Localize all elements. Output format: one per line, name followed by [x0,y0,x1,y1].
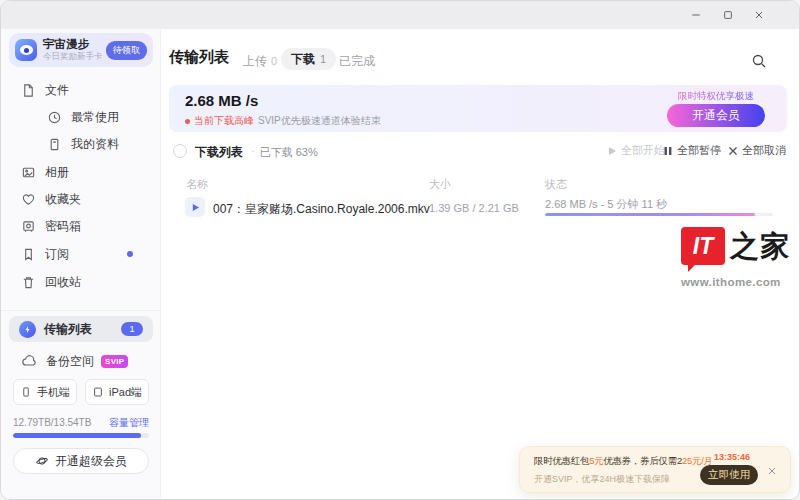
sidebar-item-safe-box[interactable]: 密码箱 [1,215,161,237]
device-label: iPad端 [109,385,142,400]
download-list-title: 下载列表 [195,144,243,161]
tab-count: 0 [271,55,277,67]
search-icon[interactable] [751,53,769,71]
task-file-name[interactable]: 007：皇家赌场.Casino.Royale.2006.mkv [213,201,430,218]
heart-icon [21,192,36,207]
column-header-status: 状态 [545,177,567,192]
bookmark-icon [21,247,36,262]
user-subtitle: 今日奖励新手卡 [43,51,103,62]
sidebar-item-album[interactable]: 相册 [1,161,161,183]
play-icon [191,203,200,212]
svip-badge: SVIP [101,355,128,368]
sidebar-item-files[interactable]: 文件 [1,79,161,101]
sidebar: 宇宙漫步 今日奖励新手卡 待领取 文件 最常使用 我的资料 相册 收藏夹 密码箱 [1,29,161,499]
sidebar-item-my-docs[interactable]: 我的资料 [1,133,161,155]
task-progress-bar [545,213,773,216]
close-icon[interactable] [752,8,766,22]
pause-all-button[interactable]: 全部暂停 [663,143,721,158]
sidebar-item-recent[interactable]: 最常使用 [1,106,161,128]
tab-download[interactable]: 下载 1 [281,48,336,70]
task-size: 1.39 GB / 2.21 GB [429,202,519,214]
alert-dot-icon [185,119,190,124]
storage-progress-fill [13,433,141,438]
ithome-url: www.ithome.com [681,276,793,288]
open-super-vip-button[interactable]: 开通超级会员 [13,448,149,474]
x-icon [728,146,738,156]
photo-icon [21,165,36,180]
alert-detail: SVIP优先极速通道体验结束 [258,114,381,128]
titlebar [1,1,799,29]
speed-banner: 2.68 MB /s 当前下载高峰 SVIP优先极速通道体验结束 限时特权优享极… [169,85,787,132]
transfer-count-badge: 1 [121,322,143,336]
select-all-checkbox[interactable] [173,144,187,158]
play-icon [607,146,617,156]
sidebar-item-transfer-list[interactable]: 传输列表 1 [9,316,153,342]
use-coupon-button[interactable]: 立即使用 [700,465,758,485]
ipad-client-button[interactable]: iPad端 [85,379,149,405]
column-header-size: 大小 [429,177,451,192]
promo-text: 优惠券，券后仅需2 [603,455,682,466]
cloud-icon [21,353,37,369]
storage-info: 12.79TB/13.54TB 容量管理 [13,416,149,430]
sidebar-item-label: 相册 [45,164,69,181]
action-label: 全部取消 [742,143,786,158]
sidebar-item-recycle-bin[interactable]: 回收站 [1,271,161,293]
maximize-icon[interactable] [721,8,735,22]
sidebar-item-label: 我的资料 [71,136,119,153]
app-logo-icon [15,39,37,61]
storage-usage: 12.79TB/13.54TB [13,417,91,428]
minimize-icon[interactable] [689,8,703,22]
coupon-promo-toast: 限时优惠红包5元优惠券，券后仅需225元/月 开通SVIP，优享24H极速下载保… [519,446,791,493]
resume-task-button[interactable] [185,197,205,217]
promo-text: 限时优惠红包 [534,455,589,466]
phone-client-button[interactable]: 手机端 [13,379,77,405]
safe-icon [21,219,36,234]
sidebar-item-label: 密码箱 [45,218,81,235]
open-vip-button[interactable]: 开通会员 [667,104,765,127]
promo-line1: 限时优惠红包5元优惠券，券后仅需225元/月 [534,455,713,468]
ithome-brand-text: 之家 [730,227,790,265]
sidebar-item-favorites[interactable]: 收藏夹 [1,188,161,210]
clock-icon [47,110,62,125]
action-label: 全部开始 [621,143,665,158]
column-header-name: 名称 [186,177,208,192]
speed-alert: 当前下载高峰 SVIP优先极速通道体验结束 [185,114,381,128]
file-icon [21,83,36,98]
start-all-button[interactable]: 全部开始 [607,143,665,158]
cancel-all-button[interactable]: 全部取消 [728,143,786,158]
promo-line2: 开通SVIP，优享24H极速下载保障 [534,473,670,486]
notification-dot [127,251,133,257]
claim-badge[interactable]: 待领取 [106,41,147,60]
sidebar-item-label: 最常使用 [71,109,119,126]
tab-label: 已完成 [339,54,375,68]
sidebar-item-label: 回收站 [45,274,81,291]
sidebar-item-label: 备份空间 [46,353,94,370]
task-progress-fill [545,213,755,216]
tab-upload[interactable]: 上传0 [243,53,277,70]
task-status: 2.68 MB /s - 5 分钟 11 秒 [545,197,667,212]
member-cta-label: 开通超级会员 [55,453,127,470]
promo-countdown: 13:35:46 [714,452,750,462]
app-window: 宇宙漫步 今日奖励新手卡 待领取 文件 最常使用 我的资料 相册 收藏夹 密码箱 [0,0,800,500]
sidebar-item-backup-space[interactable]: 备份空间 SVIP [1,349,161,373]
tab-count: 1 [320,53,326,65]
ithome-watermark: IT 之家 www.ithome.com [681,227,793,288]
sidebar-item-label: 订阅 [45,246,69,263]
sidebar-divider [1,310,161,311]
close-icon[interactable] [766,463,780,477]
user-texts: 宇宙漫步 今日奖励新手卡 [43,38,103,62]
storage-manage-link[interactable]: 容量管理 [109,416,149,430]
ithome-logo: IT 之家 [681,227,793,265]
device-label: 手机端 [37,385,70,400]
download-speed: 2.68 MB /s [185,92,258,109]
tab-label: 下载 [291,51,315,68]
sidebar-item-label: 传输列表 [44,321,92,338]
sidebar-item-label: 收藏夹 [45,191,81,208]
user-card[interactable]: 宇宙漫步 今日奖励新手卡 待领取 [9,33,153,67]
tab-label: 上传 [243,54,267,68]
user-name: 宇宙漫步 [43,38,103,51]
sidebar-item-subscriptions[interactable]: 订阅 [1,243,161,265]
tab-completed[interactable]: 已完成 [339,53,375,70]
vip-promo-text: 限时特权优享极速 [667,90,765,103]
lightning-icon [19,321,36,338]
